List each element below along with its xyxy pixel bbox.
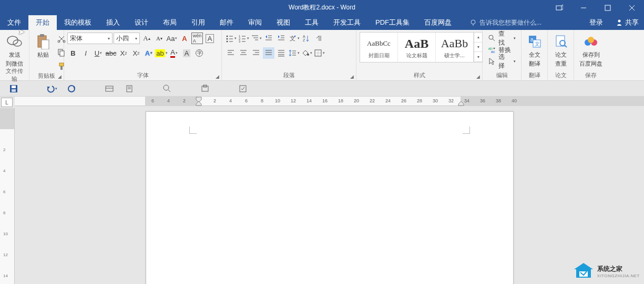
underline-button[interactable]: U [93,47,104,59]
align-center-button[interactable] [238,47,249,59]
borders-button[interactable] [313,47,325,59]
line-spacing-button[interactable] [288,47,300,59]
tab-design[interactable]: 设计 [127,15,156,30]
tab-home[interactable]: 开始 [28,15,57,30]
tab-tools[interactable]: 工具 [298,15,326,30]
font-size-combo[interactable]: 小四▾ [114,33,140,44]
minimize-button[interactable] [571,0,596,15]
dialog-launcher-icon[interactable]: ◢ [58,74,62,79]
superscript-button[interactable]: X2 [130,47,142,59]
dialog-launcher-icon[interactable]: ◢ [216,74,219,79]
qat-btn-2[interactable] [123,82,136,95]
share-button[interactable]: 共享 [610,18,644,27]
italic-button[interactable]: I [80,47,91,59]
styles-expand-icon[interactable]: ▾ [474,52,482,62]
grow-font-button[interactable]: A▴ [141,33,152,44]
login-button[interactable]: 登录 [582,18,610,27]
align-distribute-button[interactable] [275,47,287,59]
group-label: 保存 [577,71,605,79]
strikethrough-button[interactable]: abc [105,47,117,59]
shading-button[interactable] [301,47,312,59]
show-marks-button[interactable] [313,33,325,44]
full-translate-button[interactable]: a文 全文 翻译 [524,32,545,69]
style-item-thesis-title[interactable]: AaB 论文标题 [398,33,436,62]
qat-btn-3[interactable] [199,82,211,95]
save-button[interactable] [7,82,20,95]
group-label: 剪贴板 [33,72,60,80]
text-dir-icon: 文 [289,34,297,43]
dialog-launcher-icon[interactable]: ◢ [476,74,480,79]
char-shading-button[interactable]: A [181,47,192,59]
char-border-button[interactable]: A [204,33,216,44]
tab-review[interactable]: 审阅 [241,15,269,30]
lightbulb-icon [469,19,477,26]
change-case-button[interactable]: Aa [166,33,178,44]
align-justify-button[interactable] [263,47,274,59]
subscript-button[interactable]: X2 [118,47,129,59]
select-button[interactable]: 选择▾ [486,56,518,67]
document-page[interactable] [146,111,514,284]
multilevel-list-button[interactable] [250,33,262,44]
tab-layout[interactable]: 布局 [156,15,184,30]
qat-zoom-button[interactable] [161,82,173,95]
bold-button[interactable]: B [67,47,79,59]
decrease-indent-button[interactable] [263,33,274,44]
style-item-cover-date[interactable]: AaBbCc 封面日期 [360,33,398,62]
sort-icon: AZ [302,34,311,43]
sort-button[interactable]: AZ [301,33,312,44]
tab-file[interactable]: 文件 [0,15,28,30]
dialog-launcher-icon[interactable]: ◢ [350,74,354,79]
vertical-ruler[interactable]: 2 4 6 8 10 12 14 [0,108,15,284]
thesis-check-button[interactable]: 论文 查重 [550,32,571,69]
phonetic-guide-button[interactable]: A [179,33,190,44]
align-right-button[interactable] [250,47,262,59]
maximize-button[interactable] [596,0,620,15]
styles-scroll[interactable]: ▴ ▾ ▾ [474,33,482,62]
horizontal-ruler[interactable]: 6 4 2 2 4 6 8 10 12 14 16 18 20 22 24 26… [15,97,644,106]
enclose-chars-button[interactable]: wénA [191,33,203,44]
save-baidu-button[interactable]: 保存到 百度网盘 [577,32,605,69]
find-button[interactable]: 查找▾ [486,33,518,44]
tab-mailings[interactable]: 邮件 [212,15,241,30]
shrink-font-button[interactable]: A▾ [154,33,165,44]
svg-point-9 [13,40,22,46]
highlight-button[interactable]: ab [156,47,167,59]
redo-button[interactable] [65,82,78,95]
tab-selector[interactable]: L [1,98,13,107]
align-left-button[interactable] [225,47,237,59]
right-indent-marker[interactable] [458,101,464,106]
close-button[interactable] [620,0,644,15]
tell-me-search[interactable]: 告诉我您想要做什么... [469,15,541,30]
enclose-circle-button[interactable]: 字 [193,47,205,59]
svg-point-7 [618,20,621,23]
paste-button[interactable]: 粘贴 [33,32,54,60]
scroll-up-icon[interactable]: ▴ [474,33,482,43]
undo-button[interactable]: ▾ [45,82,58,95]
svg-rect-84 [106,86,113,91]
tab-developer[interactable]: 开发工具 [326,15,368,30]
qat-btn-1[interactable] [103,82,116,95]
tab-view[interactable]: 视图 [269,15,298,30]
tab-references[interactable]: 引用 [184,15,212,30]
scroll-down-icon[interactable]: ▾ [474,43,482,52]
baidu-cloud-icon [582,33,599,50]
font-color-button[interactable]: A [168,47,180,59]
style-item-master[interactable]: AaBb 硕士学... [436,33,474,62]
increase-indent-button[interactable] [275,33,287,44]
svg-rect-17 [59,63,64,66]
tab-mytemplates[interactable]: 我的模板 [57,15,99,30]
ribbon-options-icon[interactable] [547,0,571,15]
text-direction-button[interactable]: 文 [288,33,300,44]
bucket-icon [301,49,310,57]
tab-baidupan[interactable]: 百度网盘 [417,15,459,30]
hanging-indent-marker[interactable] [196,101,202,106]
numbering-button[interactable]: 123 [238,33,249,44]
bullets-button[interactable] [225,33,237,44]
send-to-wechat-button[interactable]: 发送 到微信 [4,32,25,69]
styles-gallery[interactable]: AaBbCc 封面日期 AaB 论文标题 AaBb 硕士学... ▴ ▾ ▾ [360,32,483,62]
tab-pdftools[interactable]: PDF工具集 [368,15,417,30]
qat-btn-4[interactable] [237,82,249,95]
font-name-combo[interactable]: 宋体▾ [67,33,113,44]
text-effects-button[interactable]: A [143,47,155,59]
tab-insert[interactable]: 插入 [99,15,127,30]
